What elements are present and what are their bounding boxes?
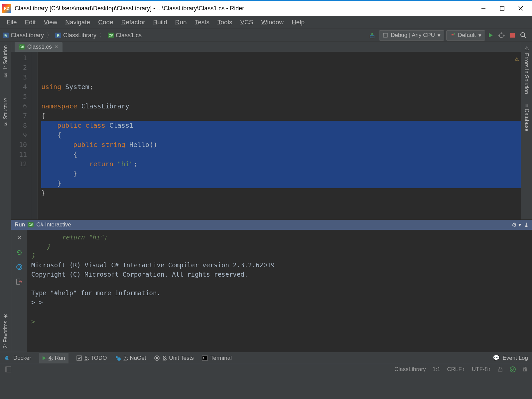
folder-icon: ⎘: [55, 33, 61, 38]
reset-icon: [16, 263, 23, 271]
rerun-button[interactable]: [15, 248, 24, 257]
svg-point-19: [116, 356, 118, 358]
svg-rect-4: [370, 35, 374, 38]
right-tab-database[interactable]: ≡ Database: [524, 104, 530, 131]
right-tool-gutter: ⚠ Errors In Solution≡ Database: [521, 42, 532, 219]
code-line[interactable]: using System;: [41, 82, 521, 92]
svg-rect-17: [6, 356, 8, 357]
code-line[interactable]: {: [41, 130, 521, 140]
menu-edit[interactable]: Edit: [22, 17, 39, 27]
status-eol[interactable]: CRLF⇕: [447, 366, 465, 373]
status-context[interactable]: ClassLibrary: [394, 366, 426, 373]
menu-window[interactable]: Window: [258, 17, 287, 27]
menu-code[interactable]: Code: [95, 17, 116, 27]
menu-build[interactable]: Build: [150, 17, 171, 27]
folder-icon: ⎘: [3, 33, 9, 38]
bottom-tab-docker[interactable]: Docker: [4, 355, 31, 361]
close-button[interactable]: [511, 2, 530, 15]
code-line[interactable]: [41, 92, 521, 101]
menu-tools[interactable]: Tools: [214, 17, 235, 27]
status-trash-icon[interactable]: 🗑: [522, 366, 528, 373]
bottom-tab----nuget[interactable]: 7: NuGet: [115, 355, 146, 361]
editor-body[interactable]: 123456789101112 ⚠ using System; namespac…: [11, 52, 521, 219]
bottom-tab-terminal[interactable]: Terminal: [202, 355, 232, 361]
editor-area: C# Class1.cs ✕ 123456789101112 ⚠ using S…: [11, 42, 521, 219]
menu-vcs[interactable]: VCS: [237, 17, 256, 27]
svg-point-7: [499, 34, 503, 38]
stop-button[interactable]: [507, 32, 517, 39]
menu-file[interactable]: File: [3, 17, 20, 27]
code-line[interactable]: public string Hello(): [41, 140, 521, 150]
status-encoding[interactable]: UTF-8⇕: [472, 366, 491, 373]
menu-tests[interactable]: Tests: [192, 17, 213, 27]
debug-button[interactable]: [495, 31, 507, 40]
code-area[interactable]: ⚠ using System; namespace ClassLibrary{ …: [38, 52, 521, 219]
svg-rect-16: [6, 357, 8, 359]
code-line[interactable]: }: [41, 169, 521, 179]
tests-icon: [154, 355, 160, 361]
play-icon: [489, 33, 493, 38]
exit-button[interactable]: [15, 277, 24, 286]
breadcrumb-item[interactable]: C#Class1.cs: [108, 32, 142, 39]
menu-run[interactable]: Run: [172, 17, 190, 27]
search-button[interactable]: [517, 31, 529, 40]
svg-point-20: [117, 357, 121, 361]
bottom-tab----unit-tests[interactable]: 8: Unit Tests: [154, 355, 194, 361]
close-tw-button[interactable]: ✕: [15, 233, 24, 242]
csharp-icon: C#: [28, 222, 34, 227]
status-left-icon[interactable]: [5, 366, 11, 372]
bottom-tab----run[interactable]: 4: Run: [39, 353, 68, 363]
maximize-button[interactable]: [493, 2, 511, 15]
warning-icon[interactable]: ⚠: [515, 54, 519, 64]
main-area: ⎘ 1: Solution⎘ Structure C# Class1.cs ✕ …: [0, 42, 532, 219]
svg-line-12: [524, 36, 526, 38]
run-button[interactable]: [486, 32, 495, 39]
status-position[interactable]: 1:1: [433, 366, 441, 373]
left-tab-structure[interactable]: ⎘ Structure: [3, 98, 9, 127]
breadcrumb-item[interactable]: ⎘ClassLibrary: [3, 32, 44, 39]
svg-rect-25: [6, 367, 7, 372]
nuget-icon: [115, 355, 121, 361]
event-log-button[interactable]: 💬Event Log: [493, 354, 528, 361]
favorites-tab[interactable]: 2: Favorites ★: [2, 313, 9, 348]
left-tab----solution[interactable]: ⎘ 1: Solution: [3, 45, 9, 78]
breadcrumb-separator: 〉: [99, 31, 105, 39]
todo-icon: [76, 355, 82, 361]
minimize-button[interactable]: [474, 2, 493, 15]
config-dropdown[interactable]: Debug | Any CPU ▾: [379, 30, 444, 41]
code-line[interactable]: {: [41, 150, 521, 159]
status-ok-icon[interactable]: [510, 366, 516, 372]
editor-tab-class1[interactable]: C# Class1.cs ✕: [15, 42, 63, 52]
bottom-tabs: Docker4: Run6: TODO7: NuGet8: Unit Tests…: [0, 352, 532, 364]
menu-help[interactable]: Help: [288, 17, 308, 27]
menu-navigate[interactable]: Navigate: [62, 17, 93, 27]
close-tab-button[interactable]: ✕: [55, 44, 59, 50]
menu-view[interactable]: View: [40, 17, 61, 27]
editor-tab-label: Class1.cs: [27, 44, 52, 50]
code-line[interactable]: return "hi";: [41, 159, 521, 169]
reset-button[interactable]: [15, 262, 24, 272]
fold-column[interactable]: [31, 52, 38, 219]
code-line[interactable]: public class Class1: [41, 121, 521, 130]
code-line[interactable]: {: [41, 111, 521, 121]
run-tool-window: Run C# C# Interactive ⚙ ▾ ⤓ ✕ return "hi…: [11, 219, 532, 352]
code-line[interactable]: }: [41, 179, 521, 188]
download-icon[interactable]: ⤓: [524, 221, 529, 228]
right-tab-errors-in-solution[interactable]: ⚠ Errors In Solution: [523, 45, 530, 94]
tw-title-prefix: Run: [15, 221, 25, 228]
svg-rect-15: [5, 357, 6, 359]
code-line[interactable]: }: [41, 188, 521, 198]
chevron-down-icon: ▾: [478, 32, 481, 39]
console-output[interactable]: return "hi"; }}Microsoft (R) Visual C# I…: [27, 230, 532, 352]
run-config-dropdown[interactable]: Default ▾: [446, 30, 485, 41]
breadcrumb-separator: 〉: [47, 31, 53, 39]
code-line[interactable]: namespace ClassLibrary: [41, 101, 521, 111]
search-icon: [520, 32, 527, 39]
bottom-tab----todo[interactable]: 6: TODO: [76, 355, 107, 361]
bug-icon: [498, 32, 505, 39]
build-button[interactable]: [366, 31, 378, 40]
breadcrumb-item[interactable]: ⎘ClassLibrary: [55, 32, 96, 39]
status-lock-icon[interactable]: [498, 367, 503, 372]
gear-icon[interactable]: ⚙ ▾: [512, 221, 521, 228]
menu-refactor[interactable]: Refactor: [118, 17, 149, 27]
